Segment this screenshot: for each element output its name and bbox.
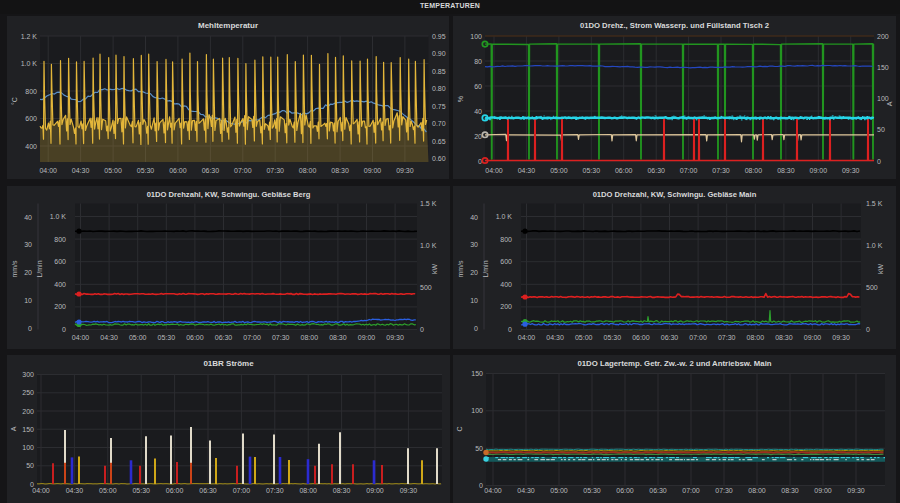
- svg-text:08:00: 08:00: [301, 333, 319, 340]
- svg-text:800: 800: [54, 235, 66, 242]
- svg-text:04:30: 04:30: [66, 487, 84, 494]
- svg-text:500: 500: [420, 284, 432, 291]
- svg-text:09:00: 09:00: [810, 167, 828, 174]
- svg-text:10: 10: [470, 296, 478, 303]
- svg-text:01DO Drehzahl, KW, Schwingu. G: 01DO Drehzahl, KW, Schwingu. Gebläse Ber…: [147, 190, 311, 199]
- svg-text:0: 0: [479, 482, 483, 489]
- svg-text:800: 800: [500, 235, 512, 242]
- svg-text:50: 50: [26, 462, 34, 469]
- svg-text:01BR Ströme: 01BR Ströme: [203, 359, 254, 368]
- svg-text:600: 600: [54, 258, 66, 265]
- svg-text:07:00: 07:00: [234, 167, 252, 174]
- svg-text:01DO Drehzahl, KW, Schwingu. G: 01DO Drehzahl, KW, Schwingu. Gebläse Mai…: [593, 190, 757, 199]
- svg-text:08:30: 08:30: [331, 167, 349, 174]
- svg-text:1.5 K: 1.5 K: [866, 200, 883, 207]
- svg-text:40: 40: [474, 108, 482, 115]
- svg-text:09:00: 09:00: [814, 487, 832, 494]
- svg-text:08:00: 08:00: [747, 333, 765, 340]
- svg-text:0: 0: [877, 158, 881, 165]
- svg-text:01DO Lagertemp. Getr. Zw.-w. 2: 01DO Lagertemp. Getr. Zw.-w. 2 und Antri…: [577, 359, 771, 368]
- svg-text:%: %: [457, 96, 464, 102]
- svg-text:20: 20: [474, 133, 482, 140]
- svg-text:600: 600: [25, 115, 37, 122]
- svg-text:200: 200: [54, 303, 66, 310]
- svg-text:30: 30: [24, 241, 32, 248]
- svg-text:400: 400: [500, 280, 512, 287]
- svg-text:06:30: 06:30: [649, 487, 667, 494]
- svg-text:0.95: 0.95: [432, 33, 446, 40]
- svg-text:0: 0: [508, 326, 512, 333]
- svg-text:06:30: 06:30: [202, 167, 220, 174]
- svg-text:09:30: 09:30: [400, 487, 418, 494]
- svg-text:L/min: L/min: [36, 260, 43, 277]
- svg-text:06:30: 06:30: [215, 333, 233, 340]
- svg-text:05:00: 05:00: [575, 333, 593, 340]
- svg-text:0: 0: [474, 324, 478, 331]
- svg-text:08:30: 08:30: [775, 333, 793, 340]
- svg-text:06:00: 06:00: [616, 487, 634, 494]
- svg-text:L/min: L/min: [482, 260, 489, 277]
- svg-text:1.5 K: 1.5 K: [420, 200, 437, 207]
- svg-text:04:00: 04:00: [72, 333, 90, 340]
- svg-text:40: 40: [470, 213, 478, 220]
- svg-text:05:00: 05:00: [99, 487, 117, 494]
- svg-text:1.0 K: 1.0 K: [866, 242, 883, 249]
- svg-text:04:00: 04:00: [485, 167, 503, 174]
- svg-text:mm/s: mm/s: [457, 259, 464, 277]
- svg-text:1.0 K: 1.0 K: [420, 242, 437, 249]
- svg-text:04:00: 04:00: [484, 487, 502, 494]
- svg-text:07:00: 07:00: [682, 487, 700, 494]
- svg-text:09:00: 09:00: [366, 487, 384, 494]
- svg-text:500: 500: [866, 284, 878, 291]
- svg-text:06:30: 06:30: [647, 167, 665, 174]
- svg-text:05:30: 05:30: [604, 333, 622, 340]
- svg-text:A: A: [10, 426, 17, 431]
- svg-text:07:30: 07:30: [266, 487, 284, 494]
- svg-text:07:00: 07:00: [689, 333, 707, 340]
- svg-text:05:30: 05:30: [158, 333, 176, 340]
- svg-text:05:00: 05:00: [104, 167, 122, 174]
- svg-text:0.70: 0.70: [432, 120, 446, 127]
- svg-text:20: 20: [24, 269, 32, 276]
- svg-text:°C: °C: [11, 97, 18, 105]
- svg-text:09:30: 09:30: [396, 167, 414, 174]
- svg-text:1.0 K: 1.0 K: [21, 60, 38, 67]
- svg-text:0.65: 0.65: [432, 138, 446, 145]
- svg-text:0.85: 0.85: [432, 68, 446, 75]
- svg-text:1.0 K: 1.0 K: [496, 213, 513, 220]
- svg-text:150: 150: [22, 425, 34, 432]
- svg-text:100: 100: [471, 407, 483, 414]
- svg-text:1.2 K: 1.2 K: [21, 33, 38, 40]
- svg-text:06:00: 06:00: [166, 487, 184, 494]
- svg-text:50: 50: [877, 126, 885, 133]
- svg-text:09:00: 09:00: [364, 167, 382, 174]
- svg-text:06:00: 06:00: [632, 333, 650, 340]
- svg-text:0.90: 0.90: [432, 50, 446, 57]
- svg-text:08:30: 08:30: [777, 167, 795, 174]
- svg-text:250: 250: [22, 389, 34, 396]
- svg-text:04:30: 04:30: [518, 167, 536, 174]
- svg-text:08:30: 08:30: [329, 333, 347, 340]
- svg-text:05:30: 05:30: [583, 167, 601, 174]
- svg-text:mm/s: mm/s: [11, 259, 18, 277]
- svg-text:20: 20: [470, 269, 478, 276]
- svg-text:400: 400: [54, 280, 66, 287]
- svg-text:300: 300: [22, 371, 34, 378]
- svg-text:0.75: 0.75: [432, 103, 446, 110]
- svg-text:07:30: 07:30: [266, 167, 284, 174]
- svg-text:06:00: 06:00: [186, 333, 204, 340]
- svg-text:09:30: 09:30: [842, 167, 860, 174]
- svg-text:05:30: 05:30: [132, 487, 150, 494]
- svg-text:01DO Drehz., Strom Wasserp. un: 01DO Drehz., Strom Wasserp. und Füllstan…: [580, 21, 769, 30]
- svg-text:08:30: 08:30: [781, 487, 799, 494]
- svg-text:1.0 K: 1.0 K: [50, 213, 67, 220]
- svg-text:200: 200: [877, 33, 889, 40]
- svg-text:06:00: 06:00: [169, 167, 187, 174]
- svg-text:04:00: 04:00: [39, 167, 57, 174]
- svg-text:600: 600: [500, 258, 512, 265]
- svg-text:04:30: 04:30: [100, 333, 118, 340]
- svg-text:08:00: 08:00: [745, 167, 763, 174]
- svg-text:09:00: 09:00: [358, 333, 376, 340]
- svg-text:0: 0: [62, 326, 66, 333]
- svg-text:10: 10: [24, 296, 32, 303]
